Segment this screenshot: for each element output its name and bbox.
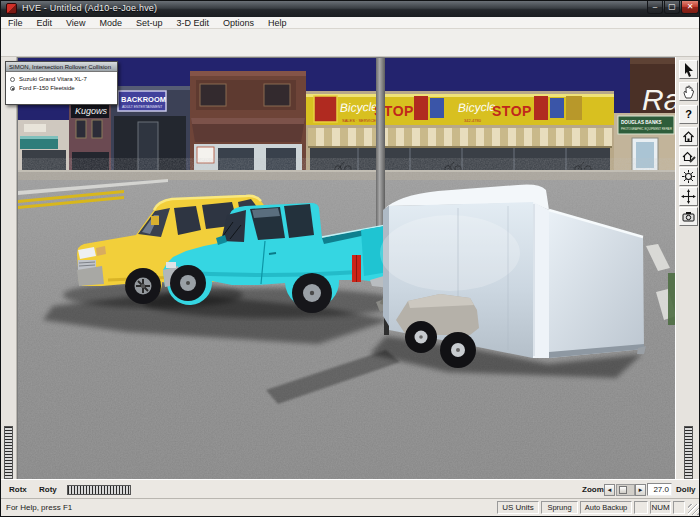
render-area-3d[interactable]: Kugows BACKROOM ADULT ENTERTAINMENT	[17, 57, 675, 479]
viewport: Kugows BACKROOM ADULT ENTERTAINMENT	[1, 57, 700, 479]
dolly-thumbwheel[interactable]	[684, 426, 693, 479]
kugows-sign: Kugows	[75, 106, 108, 116]
seek-crosshair-icon	[681, 189, 696, 204]
vehicle-label: Suzuki Grand Vitara XL-7	[19, 76, 87, 82]
zoom-slider-handle[interactable]	[619, 486, 627, 494]
douglas-banks-subsign: PHOTOGRAPHIC EQUIPMENT REPAIR	[621, 127, 672, 131]
status-auto-backup-pane: Auto Backup OFF	[580, 501, 632, 514]
pick-mode-button[interactable]	[679, 60, 698, 79]
status-sprung-mass-pane: Sprung Mass	[541, 501, 578, 514]
status-empty-pane-2	[673, 501, 685, 514]
vehicle-label: Ford F-150 Fleetside	[19, 85, 75, 91]
title-bar: HVE - Untitled (Ad10-e-Joe.hve) – ▢ ✕	[1, 1, 700, 17]
home-view-button[interactable]	[679, 127, 698, 146]
rotx-label: Rotx	[9, 485, 27, 494]
backroom-sign: BACKROOM	[121, 95, 166, 104]
light-pole	[376, 58, 385, 230]
zoom-value-field[interactable]: 27.0	[647, 483, 672, 496]
sales-service-text: SALES · SERVICE	[342, 118, 376, 123]
menu-3d-edit[interactable]: 3-D Edit	[169, 17, 216, 29]
set-home-view-button[interactable]	[679, 147, 698, 166]
bicycle-sign-2: Bicycle	[458, 100, 497, 115]
menu-bar: FileEditViewModeSet-up3-D EditOptionsHel…	[1, 17, 700, 29]
menu-mode[interactable]: Mode	[92, 17, 129, 29]
camera-projection-icon	[681, 209, 696, 224]
rotx-thumbwheel[interactable]	[4, 426, 13, 479]
minimize-button[interactable]: –	[647, 1, 663, 14]
menu-setup[interactable]: Set-up	[129, 17, 170, 29]
radio-selected-icon[interactable]	[10, 86, 15, 91]
backroom-subsign: ADULT ENTERTAINMENT	[122, 105, 162, 109]
event-vehicle-panel: SIMON, Intersection Rollover Collision S…	[5, 61, 118, 105]
event-panel-title: SIMON, Intersection Rollover Collision	[6, 62, 117, 72]
right-decorator-strip: ?	[675, 57, 700, 479]
stop-sign-2: STOP	[492, 103, 532, 119]
home-pencil-icon	[681, 149, 696, 164]
phone-text: 342-4780	[464, 118, 482, 123]
seek-button[interactable]	[679, 187, 698, 206]
bicycle-sign-1: Bicycle	[340, 100, 379, 115]
window-title: HVE - Untitled (Ad10-e-Joe.hve)	[22, 3, 157, 13]
vehicle-list-item-suzuki[interactable]: Suzuki Grand Vitara XL-7	[6, 75, 117, 84]
home-icon	[681, 129, 696, 144]
zoom-slider[interactable]	[616, 484, 635, 496]
status-num-lock-pane: NUM	[650, 501, 671, 514]
status-bar: For Help, press F1 US Units Sprung Mass …	[1, 498, 700, 517]
menu-view[interactable]: View	[59, 17, 92, 29]
zoom-label: Zoom	[582, 485, 604, 494]
status-units-pane: US Units	[497, 501, 539, 514]
status-help-text: For Help, press F1	[6, 503, 72, 512]
maximize-button[interactable]: ▢	[664, 1, 680, 14]
app-icon	[6, 3, 17, 14]
pointer-arrow-icon	[681, 62, 696, 77]
hve-window: HVE - Untitled (Ad10-e-Joe.hve) – ▢ ✕ Fi…	[0, 0, 700, 517]
toolbar: ✂ × + SIMON, Intersection Rollover Colli…	[1, 29, 700, 57]
hand-icon	[681, 84, 696, 99]
camera-type-button[interactable]	[679, 207, 698, 226]
status-empty-pane	[634, 501, 648, 514]
vehicle-list-item-ford[interactable]: Ford F-150 Fleetside	[6, 84, 117, 93]
menu-help[interactable]: Help	[261, 17, 294, 29]
zoom-decrease-button[interactable]: ◄	[604, 484, 615, 496]
ra-script-sign: Ra	[642, 83, 676, 116]
resize-grip[interactable]	[688, 504, 699, 515]
close-button[interactable]: ✕	[681, 1, 699, 14]
view-mode-button[interactable]	[679, 82, 698, 101]
douglas-banks-sign: DOUGLAS BANKS	[621, 120, 662, 125]
help-button[interactable]: ?	[679, 105, 698, 124]
menu-options[interactable]: Options	[216, 17, 261, 29]
radio-icon[interactable]	[10, 77, 15, 82]
dolly-label: Dolly	[676, 485, 696, 494]
scene-3d: Kugows BACKROOM ADULT ENTERTAINMENT	[18, 58, 676, 480]
menu-edit[interactable]: Edit	[30, 17, 60, 29]
roty-thumbwheel[interactable]	[67, 485, 131, 495]
viewer-control-row: Rotx Roty Zoom ◄ ► 27.0 Dolly	[1, 479, 700, 498]
zoom-increase-button[interactable]: ►	[635, 484, 646, 496]
roty-label: Roty	[39, 485, 57, 494]
menu-file[interactable]: File	[1, 17, 30, 29]
view-all-button[interactable]	[679, 167, 698, 186]
left-decorator-strip	[1, 57, 17, 479]
view-all-eye-icon	[681, 169, 696, 184]
